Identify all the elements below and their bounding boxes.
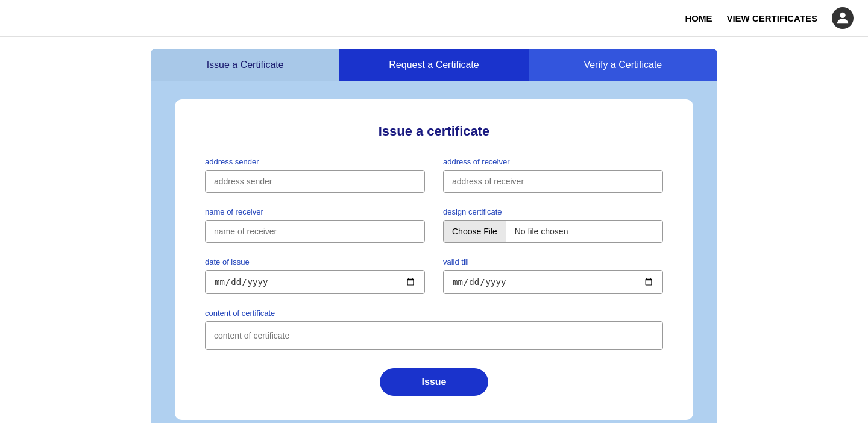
name-receiver-input[interactable] [205,220,425,243]
home-nav-link[interactable]: HOME [685,13,712,24]
address-sender-label: address sender [205,157,425,166]
form-row-dates: date of issue valid till [205,257,663,294]
address-receiver-group: address of receiver [443,157,663,193]
issue-button[interactable]: Issue [380,368,489,396]
address-sender-input[interactable] [205,170,425,193]
view-certificates-nav-link[interactable]: VIEW CERTIFICATES [726,13,817,24]
choose-file-button[interactable]: Choose File [444,221,506,242]
address-receiver-input[interactable] [443,170,663,193]
tab-request[interactable]: Request a Certificate [339,49,528,81]
form-row-content: content of certificate [205,309,663,350]
content-group: content of certificate [205,309,663,350]
tab-issue[interactable]: Issue a Certificate [151,49,339,81]
tab-issue-label: Issue a Certificate [207,60,284,70]
file-input-wrapper: Choose File No file chosen [443,220,663,243]
form-row-name-design: name of receiver design certificate Choo… [205,207,663,243]
address-receiver-label: address of receiver [443,157,663,166]
card-wrapper: Issue a certificate address sender addre… [151,81,717,423]
date-issue-input[interactable] [205,270,425,294]
valid-till-input[interactable] [443,270,663,294]
design-certificate-label: design certificate [443,207,663,216]
tab-request-label: Request a Certificate [389,60,479,70]
header: HOME VIEW CERTIFICATES [0,0,868,37]
user-avatar[interactable] [832,7,854,29]
tab-verify-label: Verify a Certificate [583,60,662,70]
svg-point-0 [840,13,845,18]
card-title: Issue a certificate [205,124,663,139]
form-row-addresses: address sender address of receiver [205,157,663,193]
address-sender-group: address sender [205,157,425,193]
valid-till-label: valid till [443,257,663,266]
design-certificate-group: design certificate Choose File No file c… [443,207,663,243]
name-receiver-label: name of receiver [205,207,425,216]
tab-verify[interactable]: Verify a Certificate [529,49,717,81]
issue-certificate-card: Issue a certificate address sender addre… [175,99,693,420]
name-receiver-group: name of receiver [205,207,425,243]
content-input[interactable] [205,321,663,350]
valid-till-group: valid till [443,257,663,294]
date-issue-label: date of issue [205,257,425,266]
main-content: Issue a Certificate Request a Certificat… [0,37,868,423]
date-issue-group: date of issue [205,257,425,294]
tab-container: Issue a Certificate Request a Certificat… [151,49,717,81]
content-label: content of certificate [205,309,663,318]
no-file-chosen-text: No file chosen [506,221,577,242]
